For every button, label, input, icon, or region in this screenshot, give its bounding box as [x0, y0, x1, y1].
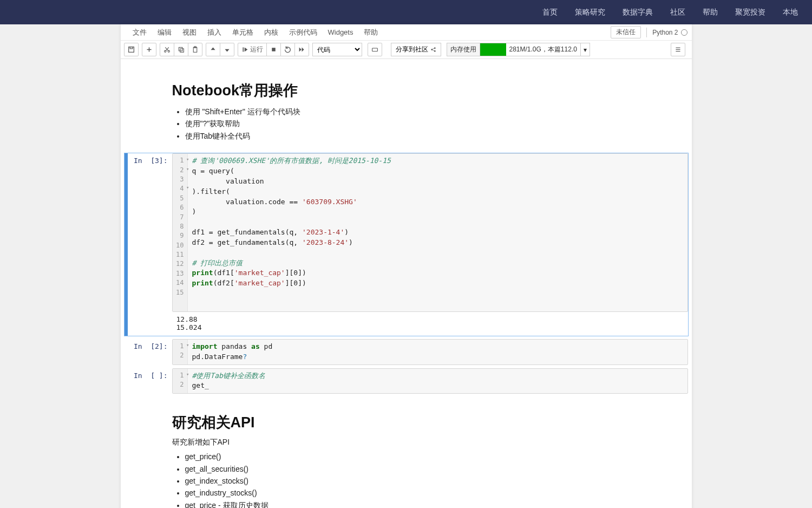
code-editor[interactable]: # 查询'000669.XSHE'的所有市值数据, 时间是2015-10-15 … [188, 154, 687, 311]
kernel-indicator: Python 2 [652, 29, 687, 36]
nav-link-community[interactable]: 社区 [670, 8, 685, 17]
menu-widgets[interactable]: Widgets [323, 26, 359, 38]
list-item: 使用"?"获取帮助 [185, 118, 640, 129]
move-down-button[interactable] [220, 43, 234, 56]
copy-button[interactable] [174, 43, 188, 56]
markdown-cell-intro[interactable]: Notebook常用操作 使用 "Shift+Enter" 运行每个代码块 使用… [121, 64, 692, 151]
heading-api: 研究相关API [172, 413, 640, 432]
code-editor[interactable]: import pandas as pd pd.DataFrame? [188, 340, 687, 364]
list-item: 使用 "Shift+Enter" 运行每个代码块 [185, 106, 640, 118]
share-icon [430, 47, 436, 53]
intro-list: 使用 "Shift+Enter" 运行每个代码块 使用"?"获取帮助 使用Tab… [185, 106, 640, 142]
api-subtitle: 研究新增如下API [172, 438, 640, 447]
line-gutter: 123456789101112131415 [173, 154, 188, 311]
svg-rect-13 [272, 48, 276, 51]
paste-button[interactable] [188, 43, 202, 56]
cell-prompt: In [2]: [128, 339, 172, 365]
api-list: get_price() get_all_securities() get_ind… [185, 451, 640, 508]
top-navigation: 首页 策略研究 数据字典 社区 帮助 聚宽投资 本地 [0, 0, 812, 24]
heading-notebook-ops: Notebook常用操作 [172, 81, 640, 100]
toc-button[interactable] [671, 43, 685, 56]
markdown-cell-api[interactable]: 研究相关API 研究新增如下API get_price() get_all_se… [121, 396, 692, 508]
cell-prompt: In [3]: [128, 153, 172, 336]
cell-type-select[interactable]: 代码 [312, 43, 362, 56]
restart-button[interactable] [280, 43, 295, 56]
run-button[interactable]: 运行 [238, 43, 267, 56]
run-label: 运行 [250, 45, 263, 54]
code-editor[interactable]: #使用Tab键补全函数名 get_ [188, 369, 687, 394]
menu-edit[interactable]: 编辑 [152, 25, 177, 40]
menubar: 文件 编辑 视图 插入 单元格 内核 示例代码 Widgets 帮助 未信任 P… [121, 24, 692, 41]
run-all-button[interactable] [294, 43, 309, 56]
stop-button[interactable] [266, 43, 281, 56]
share-label: 分享到社区 [396, 45, 428, 54]
notebook-container: 文件 编辑 视图 插入 单元格 内核 示例代码 Widgets 帮助 未信任 P… [121, 24, 692, 508]
code-cell[interactable]: In [3]: 123456789101112131415 # 查询'00066… [124, 153, 689, 336]
cell-input-area[interactable]: 12 #使用Tab键补全函数名 get_ [172, 368, 688, 394]
svg-rect-14 [372, 48, 377, 51]
nav-link-invest[interactable]: 聚宽投资 [735, 8, 765, 17]
run-icon [241, 46, 248, 53]
memory-indicator: 内存使用 281M/1.0G，本篇112.0 ▾ [447, 43, 590, 56]
list-item: get_index_stocks() [185, 475, 640, 487]
menu-sample[interactable]: 示例代码 [284, 25, 323, 40]
trust-button[interactable]: 未信任 [611, 26, 641, 38]
menu-help[interactable]: 帮助 [358, 25, 383, 40]
list-item: get_all_securities() [185, 463, 640, 475]
memory-bar [480, 43, 506, 56]
svg-line-18 [432, 48, 434, 49]
menu-cell[interactable]: 单元格 [227, 25, 259, 40]
toolbar: 运行 代码 分享到社区 内存使用 281M/1.0G，本篇112.0 ▾ [121, 41, 692, 59]
add-cell-button[interactable] [142, 43, 156, 56]
menu-view[interactable]: 视图 [177, 25, 202, 40]
cell-input-area[interactable]: 123456789101112131415 # 查询'000669.XSHE'的… [172, 153, 688, 312]
nav-link-dict[interactable]: 数据字典 [623, 8, 653, 17]
cell-prompt: In [ ]: [128, 368, 172, 394]
list-item: get_price - 获取历史数据 [185, 499, 640, 508]
share-button[interactable]: 分享到社区 [391, 43, 441, 56]
svg-line-19 [432, 50, 434, 51]
cell-input-area[interactable]: 12 import pandas as pd pd.DataFrame? [172, 339, 688, 365]
kernel-idle-icon [681, 29, 687, 36]
nav-link-local[interactable]: 本地 [783, 8, 798, 17]
save-button[interactable] [124, 43, 139, 56]
nav-link-home[interactable]: 首页 [542, 8, 558, 17]
svg-rect-12 [243, 47, 244, 51]
kernel-name: Python 2 [652, 29, 678, 36]
line-gutter: 12 [173, 340, 188, 364]
svg-rect-8 [179, 47, 182, 51]
svg-point-16 [434, 47, 435, 49]
list-item: 使用Tab键补全代码 [185, 130, 640, 142]
list-item: get_price() [185, 451, 640, 463]
menu-kernel[interactable]: 内核 [259, 25, 284, 40]
svg-rect-1 [130, 47, 133, 49]
list-item: get_industry_stocks() [185, 487, 640, 499]
menu-insert[interactable]: 插入 [202, 25, 227, 40]
svg-rect-0 [128, 47, 134, 53]
memory-dropdown[interactable]: ▾ [580, 43, 590, 56]
menu-file[interactable]: 文件 [127, 25, 152, 40]
svg-rect-9 [180, 49, 184, 53]
memory-text: 281M/1.0G，本篇112.0 [506, 45, 580, 54]
cut-button[interactable] [160, 43, 174, 56]
notebook-area: Notebook常用操作 使用 "Shift+Enter" 运行每个代码块 使用… [121, 59, 692, 508]
line-gutter: 12 [173, 369, 188, 394]
move-up-button[interactable] [206, 43, 220, 56]
separator [646, 28, 647, 37]
cell-output: 12.88 15.024 [172, 312, 688, 336]
memory-label: 内存使用 [447, 43, 480, 56]
code-cell[interactable]: In [ ]: 12 #使用Tab键补全函数名 get_ [124, 368, 689, 395]
nav-link-help[interactable]: 帮助 [703, 8, 718, 17]
code-cell[interactable]: In [2]: 12 import pandas as pd pd.DataFr… [124, 338, 689, 366]
nav-link-research[interactable]: 策略研究 [575, 8, 605, 17]
command-palette-button[interactable] [368, 43, 382, 56]
svg-point-17 [434, 50, 435, 52]
